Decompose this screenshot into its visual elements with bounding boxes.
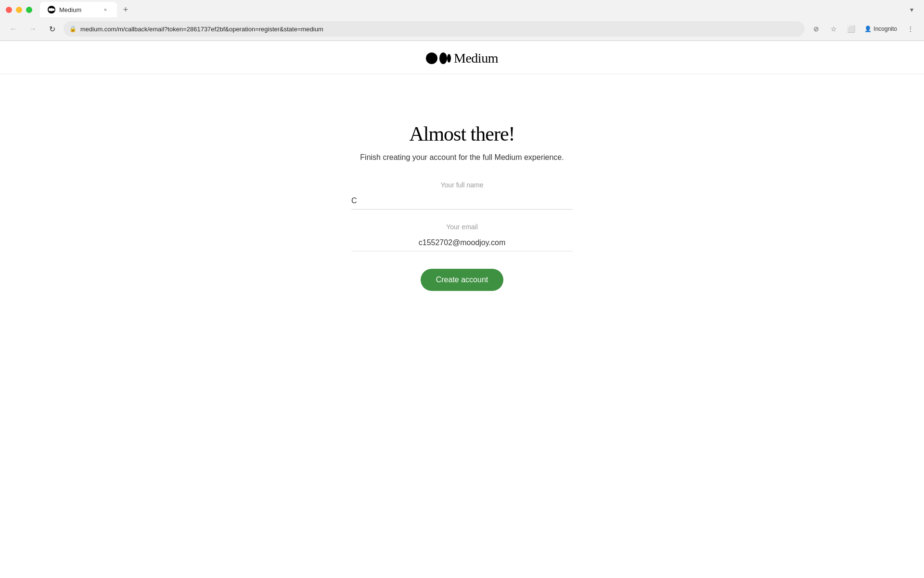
- site-header: Medium: [0, 41, 924, 74]
- tab-close-button[interactable]: ×: [102, 6, 109, 13]
- nav-bar: ← → ↻ 🔒 medium.com/m/callback/email?toke…: [0, 19, 924, 40]
- tab-title: Medium: [59, 6, 81, 13]
- medium-logomark: [426, 51, 451, 66]
- email-value: c1552702@moodjoy.com: [351, 235, 573, 251]
- email-field-group: Your email c1552702@moodjoy.com: [351, 223, 573, 251]
- nav-actions: ⊘ ☆ ⬜ 👤 Incognito ⋮: [808, 21, 918, 37]
- registration-form: Almost there! Finish creating your accou…: [351, 122, 573, 291]
- page-subtitle: Finish creating your account for the ful…: [360, 153, 564, 162]
- tab-list-button[interactable]: ▾: [905, 3, 918, 16]
- sidebar-button[interactable]: ⬜: [843, 21, 859, 37]
- svg-point-3: [426, 53, 437, 64]
- menu-icon: ⋮: [907, 25, 914, 33]
- full-name-input[interactable]: [351, 193, 573, 210]
- camera-off-icon: ⊘: [813, 25, 819, 33]
- back-icon: ←: [10, 25, 17, 33]
- title-bar: Medium × + ▾: [0, 0, 924, 19]
- address-bar[interactable]: 🔒 medium.com/m/callback/email?token=2861…: [64, 21, 805, 37]
- svg-point-5: [447, 54, 451, 63]
- name-field-group: Your full name: [351, 181, 573, 210]
- lock-icon: 🔒: [69, 26, 77, 32]
- svg-point-2: [51, 8, 53, 12]
- create-account-button[interactable]: Create account: [421, 269, 504, 291]
- name-label: Your full name: [351, 181, 573, 189]
- reload-button[interactable]: ↻: [44, 21, 60, 37]
- sidebar-icon: ⬜: [847, 25, 855, 33]
- email-label: Your email: [351, 223, 573, 231]
- star-icon: ☆: [831, 25, 837, 33]
- active-tab[interactable]: Medium ×: [40, 2, 117, 17]
- tab-favicon: [48, 6, 55, 13]
- medium-wordmark: Medium: [454, 51, 498, 66]
- reload-icon: ↻: [49, 25, 55, 34]
- forward-button[interactable]: →: [25, 21, 40, 37]
- minimize-window-button[interactable]: [16, 7, 22, 13]
- bookmark-button[interactable]: ☆: [826, 21, 841, 37]
- medium-logo-svg: [426, 51, 451, 66]
- back-button[interactable]: ←: [6, 21, 21, 37]
- incognito-indicator: 👤 Incognito: [860, 24, 901, 34]
- maximize-window-button[interactable]: [26, 7, 32, 13]
- incognito-label: Incognito: [873, 26, 897, 32]
- page-content: Medium Almost there! Finish creating you…: [0, 41, 924, 578]
- close-window-button[interactable]: [6, 7, 12, 13]
- tab-bar: Medium × + ▾: [40, 2, 918, 17]
- forward-icon: →: [29, 25, 37, 33]
- svg-point-4: [439, 53, 447, 64]
- url-text: medium.com/m/callback/email?token=286173…: [80, 26, 799, 33]
- browser-chrome: Medium × + ▾ ← → ↻ 🔒 medium.com/m/callba…: [0, 0, 924, 41]
- new-tab-button[interactable]: +: [119, 3, 132, 16]
- page-title: Almost there!: [409, 122, 514, 145]
- medium-logo: Medium: [426, 51, 498, 66]
- camera-off-button[interactable]: ⊘: [808, 21, 824, 37]
- incognito-icon: 👤: [864, 26, 872, 32]
- window-controls: [6, 7, 32, 13]
- browser-menu-button[interactable]: ⋮: [903, 21, 918, 37]
